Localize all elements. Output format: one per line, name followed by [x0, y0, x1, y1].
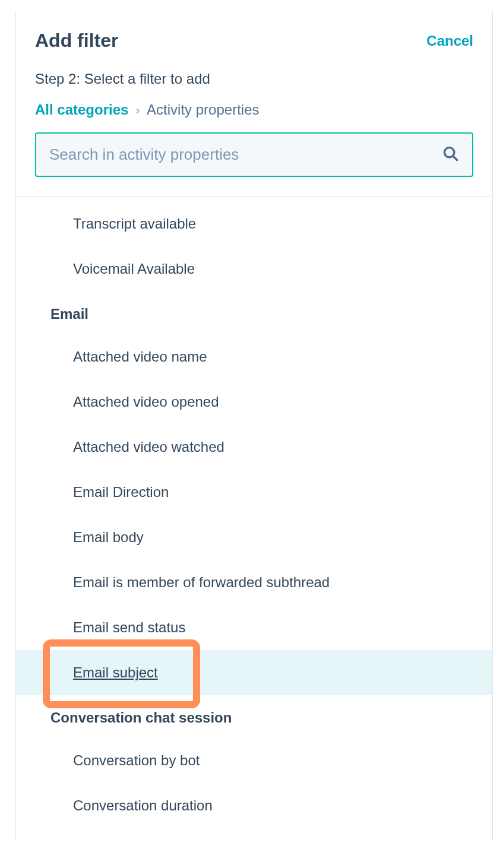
list-item-label: Email subject	[73, 664, 158, 680]
filter-item-email-direction[interactable]: Email Direction	[16, 470, 492, 515]
search-icon	[442, 145, 459, 164]
filter-item-attached-video-name[interactable]: Attached video name	[16, 334, 492, 379]
list-item-label: Email Direction	[73, 484, 169, 500]
group-header-email: Email	[16, 292, 492, 334]
filter-item-email-forwarded[interactable]: Email is member of forwarded subthread	[16, 560, 492, 605]
breadcrumb-all-categories[interactable]: All categories	[35, 102, 128, 118]
search-input[interactable]	[35, 132, 473, 177]
list-item-label: Voicemail Available	[73, 261, 195, 277]
header-top-row: Add filter Cancel	[35, 30, 473, 52]
group-header-chat-session: Conversation chat session	[16, 695, 492, 738]
breadcrumb: All categories › Activity properties	[35, 102, 473, 118]
list-item-label: Attached video name	[73, 349, 207, 365]
filter-item-attached-video-opened[interactable]: Attached video opened	[16, 379, 492, 425]
list-item-label: Attached video opened	[73, 394, 219, 410]
filter-item-email-subject[interactable]: Email subject	[16, 650, 492, 695]
filter-item-attached-video-watched[interactable]: Attached video watched	[16, 425, 492, 470]
filter-item-conversation-duration[interactable]: Conversation duration	[16, 783, 492, 828]
filter-item-email-body[interactable]: Email body	[16, 515, 492, 560]
list-item-label: Email send status	[73, 619, 185, 635]
list-item-label: Transcript available	[73, 216, 196, 232]
list-item-label: Email is member of forwarded subthread	[73, 574, 330, 590]
filter-item-voicemail-available[interactable]: Voicemail Available	[16, 246, 492, 292]
filter-item-email-send-status[interactable]: Email send status	[16, 605, 492, 650]
breadcrumb-current: Activity properties	[147, 102, 259, 118]
list-item-label: Conversation duration	[73, 797, 213, 813]
search-container	[35, 132, 473, 177]
step-label: Step 2: Select a filter to add	[35, 71, 473, 87]
list-item-label: Attached video watched	[73, 439, 224, 455]
chevron-right-icon: ›	[135, 103, 140, 117]
filter-item-transcript-available[interactable]: Transcript available	[16, 201, 492, 246]
add-filter-panel: Add filter Cancel Step 2: Select a filte…	[15, 11, 493, 840]
list-item-label: Conversation by bot	[73, 752, 200, 768]
filter-item-conversation-by-bot[interactable]: Conversation by bot	[16, 738, 492, 783]
cancel-button[interactable]: Cancel	[426, 33, 473, 49]
svg-line-1	[453, 156, 457, 160]
panel-title: Add filter	[35, 30, 118, 52]
panel-header: Add filter Cancel Step 2: Select a filte…	[16, 11, 492, 197]
list-item-label: Email body	[73, 529, 144, 545]
filter-list: Transcript available Voicemail Available…	[16, 197, 492, 840]
